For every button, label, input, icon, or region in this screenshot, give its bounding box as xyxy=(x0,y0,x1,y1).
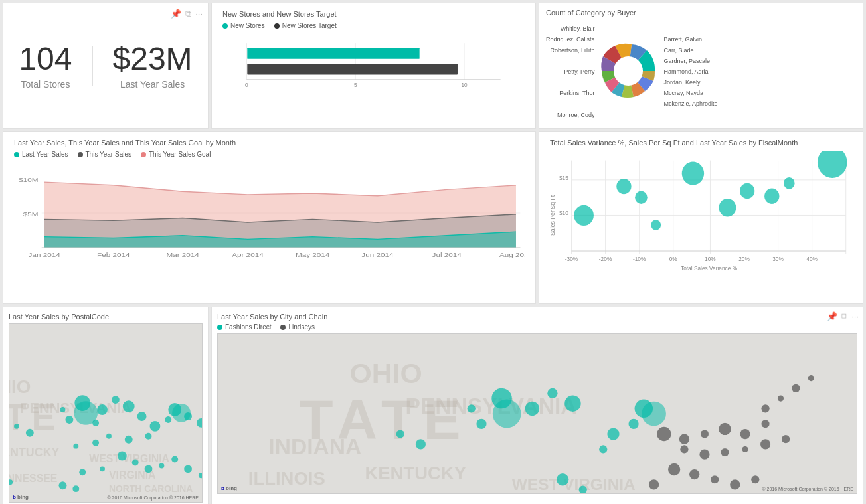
legend-label-lys: Last Year Sales xyxy=(22,151,68,158)
svg-text:-20%: -20% xyxy=(599,255,612,262)
map2-svg: TATE OHIO PENNSYLVANIA INDIANA ILLINOIS … xyxy=(218,334,857,493)
legend-label-lindseys: Lindseys xyxy=(288,323,314,331)
svg-point-116 xyxy=(416,439,426,449)
map1-title: Last Year Sales by PostalCode xyxy=(9,313,203,321)
pie-label-barrett: Barrett, Galvin xyxy=(664,34,718,44)
pie-label-blank2 xyxy=(546,77,595,88)
svg-point-115 xyxy=(468,404,476,412)
svg-text:INDIANA: INDIANA xyxy=(268,434,361,459)
bubble-chart-svg: Sales Per Sq Ft $15 $10 xyxy=(550,151,852,277)
legend-dot-new-stores xyxy=(222,23,228,29)
pie-label-petty: Petty, Perry xyxy=(546,66,595,77)
legend-label-new-stores: New Stores xyxy=(230,22,265,29)
svg-point-128 xyxy=(701,430,709,438)
svg-point-122 xyxy=(642,402,666,426)
bubble-5 xyxy=(682,162,704,185)
copy-icon[interactable]: ⧉ xyxy=(185,9,191,19)
line-chart-card: Last Year Sales, This Year Sales and Thi… xyxy=(3,131,536,304)
svg-point-59 xyxy=(123,400,135,412)
pie-label-whitley: Whitley, Blair xyxy=(546,23,595,34)
legend-label-tys: This Year Sales xyxy=(86,151,132,158)
svg-point-154 xyxy=(778,396,784,402)
map2-card: Last Year Sales by City and Chain Fashio… xyxy=(211,307,863,504)
svg-point-78 xyxy=(118,452,127,461)
svg-point-140 xyxy=(711,475,719,483)
svg-point-124 xyxy=(557,473,568,485)
total-stores-section: 104 Total Stores xyxy=(5,35,85,97)
legend-this-year-goal: This Year Sales Goal xyxy=(141,151,211,158)
pin-icon[interactable]: 📌 xyxy=(171,9,181,19)
pin-icon[interactable]: 📌 xyxy=(827,311,837,322)
legend-dot-tysg xyxy=(141,152,146,157)
map2-area: TATE OHIO PENNSYLVANIA INDIANA ILLINOIS … xyxy=(217,333,857,494)
svg-text:$5M: $5M xyxy=(23,211,39,217)
last-year-sales-label: Last Year Sales xyxy=(113,79,193,90)
svg-point-137 xyxy=(782,435,790,443)
svg-point-62 xyxy=(65,416,73,424)
svg-text:Feb 2014: Feb 2014 xyxy=(97,252,130,258)
pie-label-robertson: Robertson, Lillith xyxy=(546,45,595,56)
pie-label-mckenzie: Mckenzie, Aphrodite xyxy=(664,98,718,109)
svg-point-135 xyxy=(742,446,748,452)
svg-point-60 xyxy=(137,412,147,421)
bubble-chart-card: Total Sales Variance %, Sales Per Sq Ft … xyxy=(539,131,863,304)
svg-point-71 xyxy=(145,433,152,440)
copy-icon[interactable]: ⧉ xyxy=(841,311,847,322)
svg-text:20%: 20% xyxy=(738,255,750,262)
bar-chart-svg: 0 5 10 xyxy=(222,35,525,94)
svg-point-133 xyxy=(699,449,709,459)
legend-lindseys: Lindseys xyxy=(280,323,314,331)
map2-title: Last Year Sales by City and Chain xyxy=(217,313,327,321)
svg-text:WEST VIRGINIA: WEST VIRGINIA xyxy=(512,475,636,493)
pie-label-carr: Carr, Slade xyxy=(664,45,718,56)
bubble-10 xyxy=(818,151,847,178)
pie-label-gardner: Gardner, Pascale xyxy=(664,56,718,66)
svg-point-131 xyxy=(761,420,769,428)
bubble-chart-title: Total Sales Variance %, Sales Per Sq Ft … xyxy=(550,139,852,147)
map2-bing: b bing xyxy=(221,485,237,491)
svg-text:Apr 2014: Apr 2014 xyxy=(232,252,264,258)
svg-point-143 xyxy=(649,479,659,489)
svg-point-114 xyxy=(476,419,486,429)
svg-point-119 xyxy=(607,428,619,440)
more-icon[interactable]: ··· xyxy=(195,9,203,19)
svg-point-83 xyxy=(100,466,105,471)
bubble-4 xyxy=(651,220,661,230)
svg-point-139 xyxy=(689,469,699,479)
svg-point-84 xyxy=(79,469,86,475)
bubble-8 xyxy=(764,189,779,204)
svg-point-76 xyxy=(26,429,34,437)
svg-point-57 xyxy=(97,404,108,415)
svg-point-81 xyxy=(159,463,164,468)
svg-text:NORTH CAROLINA: NORTH CAROLINA xyxy=(109,483,193,494)
svg-point-96 xyxy=(172,404,191,422)
legend-new-stores-target: New Stores Target xyxy=(274,22,337,29)
bar-chart-title: New Stores and New Stores Target xyxy=(222,10,525,18)
svg-point-134 xyxy=(721,448,729,456)
bar-new-stores xyxy=(247,48,419,58)
svg-point-77 xyxy=(14,424,19,429)
line-chart-legend: Last Year Sales This Year Sales This Yea… xyxy=(14,151,525,158)
svg-point-138 xyxy=(668,463,680,475)
svg-point-63 xyxy=(60,407,66,412)
axis-label-0: 0 xyxy=(245,82,248,88)
bubble-1 xyxy=(574,205,594,226)
svg-text:WEST VIRGINIA: WEST VIRGINIA xyxy=(89,453,169,464)
svg-point-141 xyxy=(730,479,740,489)
last-year-sales-value: $23M xyxy=(113,42,193,77)
pie-chart-title: Count of Category by Buyer xyxy=(546,9,856,17)
pie-label-jordan: Jordan, Keely xyxy=(664,77,718,88)
svg-text:-10%: -10% xyxy=(633,255,646,262)
svg-point-111 xyxy=(525,402,539,416)
map1-svg: TATE OHIO PENNSYLVANIA INDIANA ILLINOIS … xyxy=(9,324,202,502)
svg-point-120 xyxy=(628,419,638,429)
more-icon[interactable]: ··· xyxy=(851,311,859,322)
pie-label-mccray: Mccray, Nayda xyxy=(664,88,718,98)
svg-text:KENTUCKY: KENTUCKY xyxy=(365,463,466,483)
svg-point-72 xyxy=(125,436,133,444)
total-stores-label: Total Stores xyxy=(19,79,72,90)
svg-text:Total Sales Variance %: Total Sales Variance % xyxy=(681,265,738,272)
svg-point-89 xyxy=(59,481,67,489)
svg-point-126 xyxy=(657,427,671,441)
svg-point-85 xyxy=(184,465,192,473)
